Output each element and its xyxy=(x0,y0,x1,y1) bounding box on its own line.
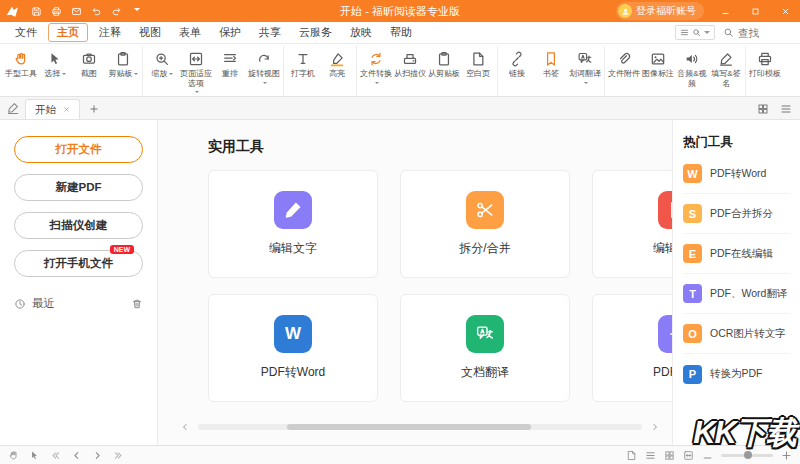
ribbon-group-comment: 打字机 高亮 xyxy=(284,46,357,96)
recent-row[interactable]: 最近 xyxy=(14,296,143,311)
hot-tool-ocr[interactable]: O OCR图片转文字 xyxy=(683,314,790,354)
ribbon-tool-typewriter[interactable]: 打字机 xyxy=(286,47,320,79)
menu-form[interactable]: 表单 xyxy=(170,23,210,42)
hot-tool-online-edit[interactable]: E PDF在线编辑 xyxy=(683,234,790,274)
close-button[interactable] xyxy=(770,0,800,22)
select-icon[interactable] xyxy=(29,450,40,461)
new-pdf-button[interactable]: 新建PDF xyxy=(14,174,143,201)
maximize-button[interactable] xyxy=(740,0,770,22)
ribbon-tool-reflow[interactable]: 重排 xyxy=(213,47,247,79)
card-label: PDF压缩 xyxy=(653,364,672,381)
quick-note-icon[interactable] xyxy=(6,101,20,115)
menu-file[interactable]: 文件 xyxy=(6,23,46,42)
scroll-right-icon[interactable] xyxy=(650,422,660,432)
ribbon-tool-convert[interactable]: 文件转换 xyxy=(359,47,393,86)
image-icon xyxy=(650,51,666,67)
chevron-down-icon xyxy=(195,91,199,95)
tab-close-icon[interactable] xyxy=(63,106,70,113)
save-icon xyxy=(31,6,42,17)
ribbon-tool-highlight[interactable]: 高亮 xyxy=(320,47,354,79)
new-tab-icon[interactable] xyxy=(89,104,99,114)
search-mode-button[interactable] xyxy=(675,25,715,40)
ribbon-tool-blank-page[interactable]: 空白页 xyxy=(461,47,495,79)
hot-tool-label: 转换为PDF xyxy=(710,367,763,381)
hot-tool-label: OCR图片转文字 xyxy=(710,327,786,341)
paperclip-icon xyxy=(616,51,632,67)
quick-toolbar-dropdown[interactable] xyxy=(126,0,146,22)
card-pdf-compress[interactable]: PDF压缩 xyxy=(592,294,672,402)
menu-help[interactable]: 帮助 xyxy=(381,23,421,42)
menu-protect[interactable]: 保护 xyxy=(210,23,250,42)
menu-present[interactable]: 放映 xyxy=(341,23,381,42)
mail-button[interactable] xyxy=(66,0,86,22)
scrollbar-thumb[interactable] xyxy=(287,424,531,430)
open-mobile-file-button[interactable]: 打开手机文件NEW xyxy=(14,250,143,277)
ribbon-tool-print-template[interactable]: 打印模板 xyxy=(748,47,782,79)
scanner-create-button[interactable]: 扫描仪创建 xyxy=(14,212,143,239)
ribbon-tool-from-clipboard[interactable]: 从剪贴板 xyxy=(427,47,461,79)
horizontal-scroll-area xyxy=(180,422,660,432)
next-page-icon[interactable] xyxy=(92,450,103,461)
ribbon-tool-from-scanner[interactable]: 从扫描仪 xyxy=(393,47,427,79)
trash-icon[interactable] xyxy=(131,298,143,310)
ribbon-tool-audio-video[interactable]: 音频&视频 xyxy=(675,47,709,88)
menu-home[interactable]: 主页 xyxy=(48,23,88,42)
menu-comment[interactable]: 注释 xyxy=(90,23,130,42)
word-icon: W xyxy=(274,315,312,353)
menu-share[interactable]: 共享 xyxy=(250,23,290,42)
tab-menu-icon[interactable] xyxy=(780,103,792,115)
hot-tool-merge-split[interactable]: S PDF合并拆分 xyxy=(683,194,790,234)
ribbon-tool-word-translate[interactable]: 划词翻译 xyxy=(568,47,602,86)
card-split-merge[interactable]: 拆分/合并 xyxy=(400,170,570,278)
ribbon-tool-fill-sign[interactable]: 填写&签名 xyxy=(709,47,743,88)
hot-tool-word-translate[interactable]: T PDF、Word翻译 xyxy=(683,274,790,314)
ribbon-tool-zoom[interactable]: 缩放 xyxy=(145,47,179,79)
blank-page-icon xyxy=(470,51,486,67)
ribbon-tool-attachment[interactable]: 文件附件 xyxy=(607,47,641,79)
ribbon-tool-image-annotation[interactable]: 图像标注 xyxy=(641,47,675,79)
tool-label: 重排 xyxy=(222,69,238,79)
menu-cloud[interactable]: 云服务 xyxy=(290,23,341,42)
ribbon-group-view: 缩放 页面适应选项 重排 旋转视图 xyxy=(143,46,284,96)
last-page-icon[interactable] xyxy=(113,450,124,461)
tool-label: 旋转视图 xyxy=(248,69,280,79)
tab-start[interactable]: 开始 xyxy=(25,99,80,119)
ribbon-tool-fit-options[interactable]: 页面适应选项 xyxy=(179,47,213,95)
ribbon-tool-snapshot[interactable]: 截图 xyxy=(72,47,106,79)
login-button[interactable]: 登录福昕账号 xyxy=(616,2,704,20)
rotate-icon xyxy=(256,51,272,67)
card-doc-translate[interactable]: 文档翻译 xyxy=(400,294,570,402)
prev-page-icon[interactable] xyxy=(71,450,82,461)
ribbon-tool-link[interactable]: 链接 xyxy=(500,47,534,79)
grid-view-icon[interactable] xyxy=(757,103,769,115)
first-page-icon[interactable] xyxy=(50,450,61,461)
card-label: 编辑页面 xyxy=(653,240,672,257)
card-pdf-to-word[interactable]: W PDF转Word xyxy=(208,294,378,402)
scroll-left-icon[interactable] xyxy=(180,422,190,432)
search-input[interactable] xyxy=(738,27,792,39)
hand-icon[interactable] xyxy=(8,450,19,461)
save-button[interactable] xyxy=(26,0,46,22)
open-file-button[interactable]: 打开文件 xyxy=(14,136,143,163)
undo-button[interactable] xyxy=(86,0,106,22)
fit-page-icon xyxy=(188,51,204,67)
minimize-button[interactable] xyxy=(710,0,740,22)
hot-tool-convert-to-pdf[interactable]: P 转换为PDF xyxy=(683,354,790,394)
card-edit-text[interactable]: 编辑文字 xyxy=(208,170,378,278)
redo-button[interactable] xyxy=(106,0,126,22)
chevron-down-icon xyxy=(263,82,267,86)
hot-tool-pdf-to-word[interactable]: W PDF转Word xyxy=(683,154,790,194)
ribbon-tool-hand[interactable]: 手型工具 xyxy=(4,47,38,79)
window-controls xyxy=(710,0,800,22)
print-button[interactable] xyxy=(46,0,66,22)
card-edit-pages[interactable]: 编辑页面 xyxy=(592,170,672,278)
ribbon-tool-clipboard[interactable]: 剪贴板 xyxy=(106,47,140,79)
ribbon-tool-select[interactable]: 选择 xyxy=(38,47,72,79)
continuous-view-icon[interactable] xyxy=(645,450,656,461)
horizontal-scrollbar[interactable] xyxy=(198,424,642,430)
ribbon-tool-rotate-view[interactable]: 旋转视图 xyxy=(247,47,281,86)
ribbon-tool-bookmark[interactable]: 书签 xyxy=(534,47,568,79)
facing-view-icon[interactable] xyxy=(664,450,675,461)
single-page-icon[interactable] xyxy=(626,450,637,461)
menu-view[interactable]: 视图 xyxy=(130,23,170,42)
